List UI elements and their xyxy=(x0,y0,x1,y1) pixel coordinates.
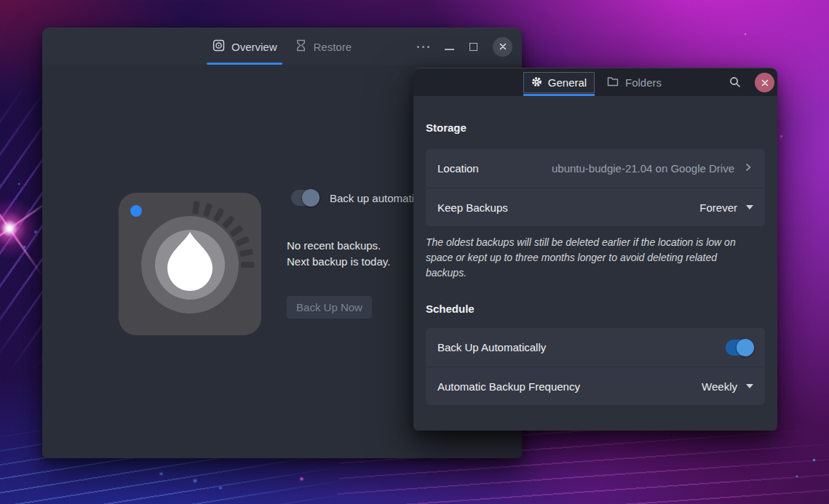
search-icon[interactable] xyxy=(729,76,741,88)
safe-icon xyxy=(213,39,225,54)
tab-restore[interactable]: Restore xyxy=(291,28,356,65)
tab-folders-label: Folders xyxy=(625,76,662,89)
close-icon[interactable] xyxy=(493,37,512,57)
back-up-automatically-row: Back Up Automatically xyxy=(426,328,765,367)
wallpaper-dot xyxy=(299,476,304,481)
main-window-tabs: Overview Restore xyxy=(208,28,356,65)
keep-backups-row[interactable]: Keep Backups Forever xyxy=(426,188,765,226)
wallpaper-dot xyxy=(780,135,783,138)
preferences-body: Storage Location ubuntu-budgie-21.04 on … xyxy=(413,96,777,405)
wallpaper-dot xyxy=(744,33,747,36)
storage-card: Location ubuntu-budgie-21.04 on Google D… xyxy=(426,149,765,226)
keep-backups-value: Forever xyxy=(699,201,737,214)
tab-general-label: General xyxy=(548,76,587,89)
back-up-automatically-label: Back Up Automatically xyxy=(437,341,546,353)
status-line-1: No recent backups. xyxy=(287,238,390,254)
back-up-now-button[interactable]: Back Up Now xyxy=(287,296,372,319)
wallpaper-dot xyxy=(17,183,20,185)
preferences-titlebar: General Folders xyxy=(413,68,777,96)
wallpaper-dot xyxy=(159,471,164,476)
tab-overview-label: Overview xyxy=(231,41,277,53)
auto-backup-toggle[interactable] xyxy=(291,190,319,206)
deja-dup-icon xyxy=(116,191,263,337)
chevron-right-icon xyxy=(743,162,753,175)
wallpaper-dot xyxy=(218,486,223,490)
tab-general[interactable]: General xyxy=(523,72,595,93)
tab-restore-label: Restore xyxy=(313,41,352,53)
maximize-icon[interactable] xyxy=(469,43,477,51)
backup-status-text: No recent backups. Next backup is today. xyxy=(287,238,390,269)
main-window-titlebar: Overview Restore xyxy=(42,28,522,65)
desktop: Overview Restore xyxy=(0,0,829,504)
wallpaper-dot xyxy=(812,458,816,462)
schedule-card: Back Up Automatically Automatic Backup F… xyxy=(426,328,765,405)
location-label: Location xyxy=(437,162,479,175)
tab-folders[interactable]: Folders xyxy=(607,68,662,96)
folder-icon xyxy=(607,76,619,89)
backup-frequency-row[interactable]: Automatic Backup Frequency Weekly xyxy=(426,367,765,405)
menu-dots-icon[interactable] xyxy=(417,46,429,48)
wallpaper-dot xyxy=(33,230,38,234)
wallpaper-dot xyxy=(796,475,798,478)
close-icon[interactable] xyxy=(755,73,774,92)
storage-section-title: Storage xyxy=(426,96,765,134)
schedule-section-title: Schedule xyxy=(426,281,765,315)
status-line-2: Next backup is today. xyxy=(287,254,390,270)
keep-backups-note: The oldest backups will still be deleted… xyxy=(426,235,755,281)
backup-frequency-label: Automatic Backup Frequency xyxy=(437,380,580,393)
active-tab-underline xyxy=(523,94,595,96)
wallpaper-dot xyxy=(23,245,26,249)
dropdown-caret-icon xyxy=(746,384,753,388)
keep-backups-label: Keep Backups xyxy=(437,201,508,214)
tab-overview[interactable]: Overview xyxy=(208,28,282,65)
minimize-icon[interactable] xyxy=(445,49,454,50)
main-window-controls xyxy=(417,28,512,65)
gear-icon xyxy=(531,76,542,89)
preferences-window: General Folders xyxy=(413,68,777,431)
wallpaper-dot xyxy=(192,478,198,484)
location-value: ubuntu-budgie-21.04 on Google Drive xyxy=(552,162,734,175)
hourglass-icon xyxy=(295,39,306,54)
dropdown-caret-icon xyxy=(746,205,753,209)
location-row[interactable]: Location ubuntu-budgie-21.04 on Google D… xyxy=(426,149,765,188)
backup-frequency-value: Weekly xyxy=(702,380,737,393)
back-up-automatically-toggle[interactable] xyxy=(726,340,753,356)
